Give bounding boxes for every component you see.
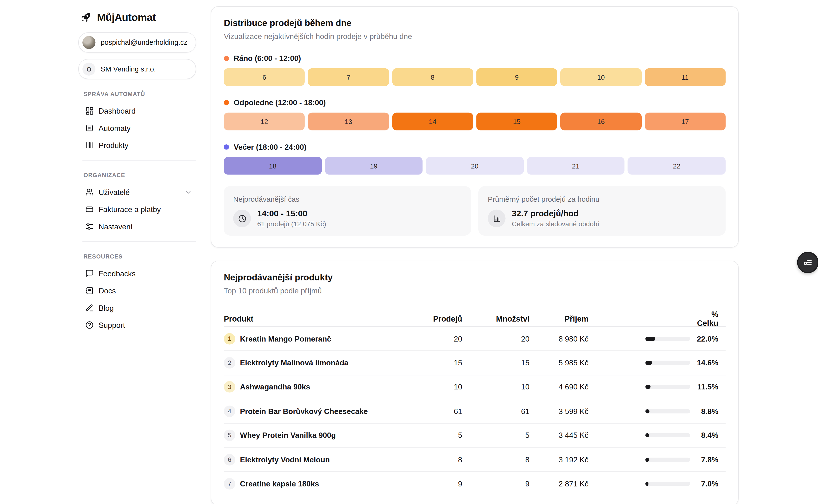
sidebar-section-label: RESOURCES: [84, 253, 196, 260]
stat-value: 32.7 prodejů/hod: [512, 209, 599, 218]
sidebar-item-label: Dashboard: [98, 107, 192, 115]
pct-bar-track: [645, 385, 690, 389]
user-account-pill[interactable]: pospichal@underholding.cz: [78, 32, 196, 52]
heat-group-header: Ráno (6:00 - 12:00): [224, 54, 726, 63]
product-name: Whey Protein Vanilka 900g: [240, 431, 336, 440]
hour-cell-16: 16: [560, 113, 642, 130]
chevron-down-icon: [185, 188, 192, 196]
hour-cell-8: 8: [392, 68, 473, 86]
sidebar-item-u-ivatel-[interactable]: Uživatelé: [78, 183, 196, 200]
hour-cell-13: 13: [308, 113, 389, 130]
pct-bar: [588, 458, 690, 462]
sidebar-item-support[interactable]: Support: [78, 317, 196, 334]
heat-group: Ráno (6:00 - 12:00)67891011: [224, 54, 726, 86]
support-icon: [85, 321, 94, 330]
column-header-sales: Prodejů: [431, 314, 462, 323]
sidebar-item-fakturace-a-platby[interactable]: Fakturace a platby: [78, 201, 196, 218]
stat-box: Průměrný počet prodejů za hodinu32.7 pro…: [478, 186, 726, 236]
sidebar-item-feedbacks[interactable]: Feedbacks: [78, 265, 196, 282]
sales-value: 9: [431, 480, 462, 488]
period-dot-icon: [224, 144, 229, 150]
hour-cell-10: 10: [560, 68, 642, 86]
sidebar-item-automaty[interactable]: Automaty: [78, 119, 196, 136]
pct-value: 8.4%: [690, 431, 718, 440]
sales-value: 8: [431, 455, 462, 464]
quantity-value: 20: [462, 335, 529, 343]
revenue-value: 3 599 Kč: [529, 407, 588, 415]
rank-badge: 3: [224, 381, 235, 393]
revenue-value: 3 445 Kč: [529, 431, 588, 440]
rank-badge: 4: [224, 406, 235, 417]
hour-cell-6: 6: [224, 68, 305, 86]
sidebar-item-blog[interactable]: Blog: [78, 299, 196, 316]
table-row: 5Whey Protein Vanilka 900g553 445 Kč8.4%: [224, 424, 726, 448]
users-icon: [85, 188, 94, 197]
heat-row: 1819202122: [224, 157, 726, 175]
pct-bar-track: [645, 482, 690, 486]
sidebar-item-dashboard[interactable]: Dashboard: [78, 102, 196, 119]
rocket-icon: [79, 10, 93, 24]
pct-value: 14.6%: [690, 359, 718, 367]
distribution-stats-row: Nejprodávanější čas14:00 - 15:0061 prode…: [224, 186, 726, 236]
top-products-card: Nejprodávanější produkty Top 10 produktů…: [211, 261, 739, 504]
rank-badge: 7: [224, 478, 235, 490]
user-avatar: [82, 36, 95, 49]
app-logo[interactable]: MůjAutomat: [78, 0, 196, 26]
sidebar: MůjAutomat pospichal@underholding.cz O S…: [78, 0, 196, 334]
user-email: pospichal@underholding.cz: [101, 39, 187, 46]
period-dot-icon: [224, 56, 229, 61]
stat-detail: Celkem za sledované období: [512, 220, 599, 228]
product-name: Protein Bar Borůvkový Cheesecake: [240, 407, 368, 415]
column-header-quantity: Množství: [462, 314, 529, 323]
sales-value: 20: [431, 335, 462, 343]
product-name: Elektrolyty Vodní Meloun: [240, 455, 330, 464]
sales-value: 10: [431, 383, 462, 391]
pct-bar-fill: [645, 361, 652, 365]
blog-icon: [85, 304, 94, 312]
sidebar-item-nastaven-[interactable]: Nastavení: [78, 218, 196, 235]
sidebar-item-label: Fakturace a platby: [98, 205, 192, 213]
clock-icon: [238, 214, 247, 223]
table-row: 1Kreatin Mango Pomeranč20208 980 Kč22.0%: [224, 327, 726, 351]
rank-badge: 5: [224, 430, 235, 441]
product-name: Ashwagandha 90ks: [240, 383, 310, 391]
feedback-widget-button[interactable]: [797, 252, 818, 273]
sidebar-section-label: SPRÁVA AUTOMATŮ: [84, 91, 196, 97]
dashboard-icon: [85, 106, 94, 115]
pct-bar-track: [645, 433, 690, 437]
sidebar-item-label: Automaty: [98, 124, 192, 132]
sidebar-item-docs[interactable]: Docs: [78, 282, 196, 299]
quantity-value: 15: [462, 359, 529, 367]
sidebar-divider: [82, 241, 196, 242]
quantity-value: 9: [462, 480, 529, 488]
pct-bar: [588, 385, 690, 389]
settings-icon: [85, 222, 94, 231]
table-row: 7Creatine kapsle 180ks992 871 Kč7.0%: [224, 472, 726, 496]
feedback-widget-icon: [802, 257, 813, 268]
pct-bar-track: [645, 361, 690, 365]
stat-label: Průměrný počet prodejů za hodinu: [488, 195, 716, 203]
table-row: 3Ashwagandha 90ks10104 690 Kč11.5%: [224, 375, 726, 399]
app-title: MůjAutomat: [97, 11, 156, 23]
pct-bar-fill: [645, 458, 649, 462]
rank-badge: 2: [224, 357, 235, 369]
hour-cell-7: 7: [308, 68, 389, 86]
organization-name: SM Vending s.r.o.: [101, 65, 156, 73]
stat-box: Nejprodávanější čas14:00 - 15:0061 prode…: [224, 186, 471, 236]
pct-value: 8.8%: [690, 407, 718, 415]
sidebar-item-label: Uživatelé: [98, 188, 180, 196]
pct-bar-fill: [645, 336, 655, 341]
hour-cell-14: 14: [392, 113, 473, 130]
product-name: Creatine kapsle 180ks: [240, 480, 319, 488]
column-header-product: Produkt: [224, 314, 431, 323]
distribution-card-subtitle: Vizualizace nejaktivnějších hodin prodej…: [224, 32, 726, 41]
feedback-icon: [85, 269, 94, 278]
organization-pill[interactable]: O SM Vending s.r.o.: [78, 59, 196, 79]
heat-row: 67891011: [224, 68, 726, 86]
pct-value: 7.8%: [690, 455, 718, 464]
top-products-table: Produkt Prodejů Množství Příjem % Celku …: [224, 311, 726, 496]
hour-cell-15: 15: [476, 113, 557, 130]
stat-value: 14:00 - 15:00: [257, 209, 326, 218]
pct-bar: [588, 336, 690, 341]
sidebar-item-produkty[interactable]: Produkty: [78, 136, 196, 154]
